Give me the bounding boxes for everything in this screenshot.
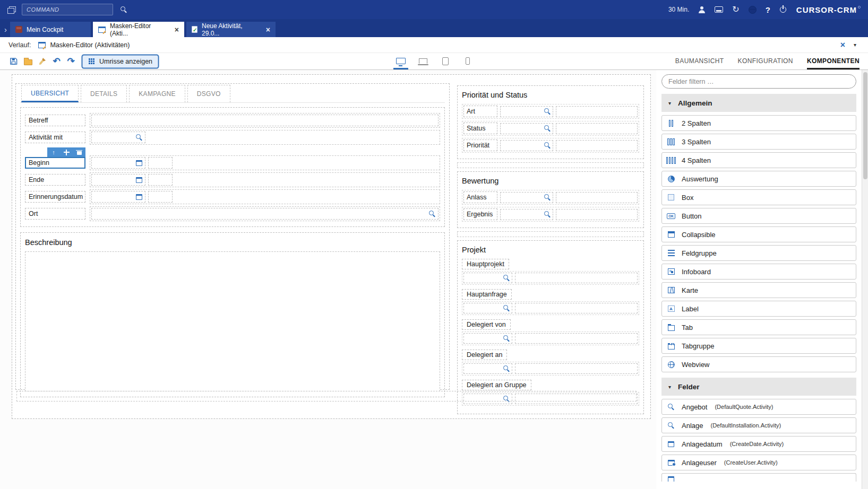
prioritaet-field[interactable] bbox=[556, 140, 638, 151]
delegiert-an-lookup[interactable] bbox=[463, 363, 512, 374]
hauptanfrage-field[interactable] bbox=[515, 303, 638, 313]
command-input[interactable] bbox=[22, 4, 113, 15]
form-tab-details[interactable]: DETAILS bbox=[81, 85, 127, 102]
ort-lookup[interactable] bbox=[91, 208, 439, 220]
drop-zone[interactable] bbox=[457, 231, 644, 237]
sidebar-scrollbar[interactable] bbox=[862, 70, 868, 489]
ende-label[interactable]: Ende bbox=[25, 174, 85, 186]
field-item-anlageuser[interactable]: Anlageuser (CreateUser.Activity) bbox=[661, 455, 856, 470]
ende-date-input[interactable] bbox=[91, 174, 145, 186]
tab-scroll-chevron-icon[interactable]: › bbox=[4, 25, 7, 33]
drop-zone[interactable] bbox=[457, 162, 644, 168]
beginn-label-selected[interactable]: Beginn bbox=[25, 157, 85, 169]
tab-neue-aktivitaet[interactable]: ✓ Neue Aktivität, 29.0... × bbox=[186, 22, 276, 37]
drop-zone-bottom[interactable] bbox=[16, 391, 637, 401]
group-title[interactable]: Priorität und Status bbox=[462, 91, 639, 99]
logout-icon[interactable] bbox=[779, 6, 787, 14]
erinnerungsdatum-time-input[interactable] bbox=[148, 191, 173, 203]
prioritaet-label[interactable]: Priorität bbox=[463, 139, 497, 151]
component-tabgruppe[interactable]: Tabgruppe bbox=[661, 338, 856, 354]
view-konfiguration[interactable]: KONFIGURATION bbox=[738, 53, 793, 69]
view-komponenten[interactable]: KOMPONENTEN bbox=[807, 53, 860, 69]
close-icon[interactable]: × bbox=[175, 26, 179, 33]
group-title[interactable]: Projekt bbox=[462, 246, 639, 254]
component-box[interactable]: Box bbox=[661, 189, 856, 205]
section-allgemein[interactable]: ▾ Allgemein bbox=[661, 94, 856, 112]
field-item-angebot[interactable]: Angebot (DefaultQuote.Activity) bbox=[661, 399, 856, 415]
component-infoboard[interactable]: Infoboard bbox=[661, 264, 856, 280]
delegiert-von-lookup[interactable] bbox=[463, 333, 512, 344]
delegiert-an-label[interactable]: Delegiert an bbox=[462, 350, 507, 360]
ergebnis-lookup[interactable] bbox=[500, 209, 553, 220]
redo-button[interactable]: ↷ bbox=[64, 55, 78, 68]
delegiert-an-field[interactable] bbox=[515, 363, 638, 374]
ergebnis-label[interactable]: Ergebnis bbox=[463, 208, 497, 220]
erinnerungsdatum-label[interactable]: Erinnerungsdatum bbox=[25, 191, 85, 203]
aktivitaet-mit-label[interactable]: Aktivität mit bbox=[25, 132, 85, 143]
section-felder[interactable]: ▾ Felder bbox=[661, 378, 856, 396]
erinnerungsdatum-date-input[interactable] bbox=[91, 191, 145, 203]
art-lookup[interactable] bbox=[500, 106, 553, 117]
inbox-icon[interactable] bbox=[715, 6, 723, 13]
chevron-down-icon[interactable]: ▾ bbox=[854, 42, 856, 48]
beginn-time-input[interactable] bbox=[148, 157, 173, 169]
form-tab-dsgvo[interactable]: DSGVO bbox=[187, 85, 230, 102]
component-collapsible[interactable]: Collapsible bbox=[661, 226, 856, 242]
refresh-icon[interactable]: ↻ bbox=[732, 5, 739, 14]
component-button[interactable]: OK Button bbox=[661, 208, 856, 224]
hauptanfrage-label[interactable]: Hauptanfrage bbox=[462, 289, 512, 300]
view-baumansicht[interactable]: BAUMANSICHT bbox=[675, 53, 724, 69]
open-button[interactable] bbox=[21, 55, 35, 68]
betreff-input[interactable] bbox=[91, 115, 439, 126]
show-outlines-toggle[interactable]: Umrisse anzeigen bbox=[82, 55, 158, 68]
status-field[interactable] bbox=[556, 123, 638, 134]
help-icon[interactable]: ? bbox=[766, 5, 770, 14]
delegiert-an-gruppe-label[interactable]: Delegiert an Gruppe bbox=[462, 380, 531, 390]
status-label[interactable]: Status bbox=[463, 123, 497, 134]
component-filter-input[interactable] bbox=[661, 74, 856, 89]
component-tab[interactable]: Tab bbox=[661, 319, 856, 335]
delegiert-von-label[interactable]: Delegiert von bbox=[462, 319, 511, 330]
hauptprojekt-lookup[interactable] bbox=[463, 273, 512, 283]
betreff-label[interactable]: Betreff bbox=[25, 115, 85, 126]
laptop-preview-button[interactable] bbox=[416, 54, 431, 69]
component-3-spalten[interactable]: 3 Spalten bbox=[661, 134, 856, 150]
anlass-field[interactable] bbox=[556, 192, 638, 203]
anlass-lookup[interactable] bbox=[500, 192, 553, 203]
delegiert-von-field[interactable] bbox=[515, 333, 638, 344]
tablet-preview-button[interactable] bbox=[438, 54, 453, 69]
form-tab-kampagne[interactable]: KAMPAGNE bbox=[129, 85, 185, 102]
field-item-anlage[interactable]: Anlage (DefaultInstallation.Activity) bbox=[661, 417, 856, 433]
component-4-spalten[interactable]: 4 Spalten bbox=[661, 152, 856, 168]
scrollbar-thumb[interactable] bbox=[863, 72, 867, 179]
status-lookup[interactable] bbox=[500, 123, 553, 134]
component-label[interactable]: A Label bbox=[661, 301, 856, 317]
component-karte[interactable]: Karte bbox=[661, 282, 856, 298]
close-icon[interactable]: × bbox=[266, 26, 270, 33]
close-icon[interactable]: × bbox=[840, 41, 845, 49]
move-up-button[interactable]: ↑ bbox=[47, 147, 60, 157]
art-label[interactable]: Art bbox=[463, 106, 497, 117]
prioritaet-lookup[interactable] bbox=[500, 140, 553, 151]
move-button[interactable] bbox=[60, 147, 73, 157]
component-auswertung[interactable]: Auswertung bbox=[661, 171, 856, 187]
field-item-partial[interactable] bbox=[661, 473, 856, 482]
ort-label[interactable]: Ort bbox=[25, 208, 85, 220]
tab-mein-cockpit[interactable]: Mein Cockpit bbox=[10, 22, 91, 37]
hauptprojekt-field[interactable] bbox=[515, 273, 638, 283]
component-2-spalten[interactable]: 2 Spalten bbox=[661, 115, 856, 131]
ende-time-input[interactable] bbox=[148, 174, 173, 186]
field-item-anlagedatum[interactable]: Anlagedatum (CreateDate.Activity) bbox=[661, 436, 856, 452]
delete-button[interactable] bbox=[73, 147, 85, 157]
ergebnis-field[interactable] bbox=[556, 209, 638, 220]
clean-button[interactable] bbox=[35, 55, 49, 68]
group-title[interactable]: Bewertung bbox=[462, 177, 639, 185]
globe-icon[interactable] bbox=[749, 6, 757, 14]
hauptprojekt-label[interactable]: Hauptprojekt bbox=[462, 259, 509, 269]
beginn-date-input[interactable] bbox=[91, 157, 145, 169]
component-webview[interactable]: Webview bbox=[661, 356, 856, 372]
component-feldgruppe[interactable]: Feldgruppe bbox=[661, 245, 856, 261]
art-field[interactable] bbox=[556, 106, 638, 117]
save-button[interactable] bbox=[6, 55, 21, 68]
user-icon[interactable] bbox=[698, 6, 706, 13]
